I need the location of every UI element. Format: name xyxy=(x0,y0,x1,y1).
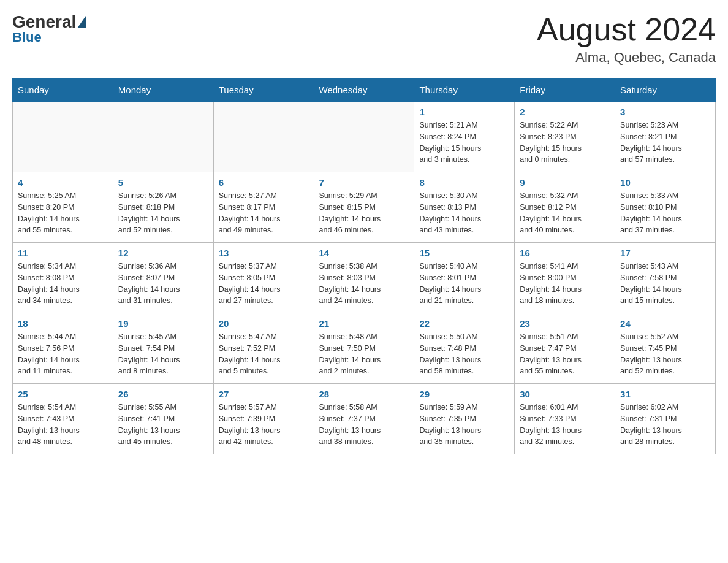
day-info: Sunrise: 5:38 AM Sunset: 8:03 PM Dayligh… xyxy=(319,261,409,307)
day-number: 18 xyxy=(18,318,108,329)
day-number: 9 xyxy=(520,177,610,188)
day-number: 4 xyxy=(18,177,108,188)
day-info: Sunrise: 5:51 AM Sunset: 7:47 PM Dayligh… xyxy=(520,331,610,377)
calendar-cell: 14Sunrise: 5:38 AM Sunset: 8:03 PM Dayli… xyxy=(314,243,414,313)
calendar-week-row: 25Sunrise: 5:54 AM Sunset: 7:43 PM Dayli… xyxy=(13,384,716,454)
days-of-week-row: SundayMondayTuesdayWednesdayThursdayFrid… xyxy=(13,79,716,102)
day-number: 1 xyxy=(419,107,509,117)
day-number: 20 xyxy=(219,318,309,329)
day-info: Sunrise: 5:40 AM Sunset: 8:01 PM Dayligh… xyxy=(419,261,509,307)
calendar-cell xyxy=(213,102,314,172)
day-of-week-header: Tuesday xyxy=(213,79,314,102)
calendar-cell: 27Sunrise: 5:57 AM Sunset: 7:39 PM Dayli… xyxy=(213,384,314,454)
day-of-week-header: Saturday xyxy=(615,79,716,102)
day-info: Sunrise: 5:25 AM Sunset: 8:20 PM Dayligh… xyxy=(18,190,108,236)
calendar-cell: 20Sunrise: 5:47 AM Sunset: 7:52 PM Dayli… xyxy=(213,313,314,384)
calendar-cell: 11Sunrise: 5:34 AM Sunset: 8:08 PM Dayli… xyxy=(13,243,113,313)
day-info: Sunrise: 5:30 AM Sunset: 8:13 PM Dayligh… xyxy=(419,190,509,236)
day-number: 8 xyxy=(419,177,509,188)
day-number: 19 xyxy=(118,318,208,329)
day-info: Sunrise: 5:34 AM Sunset: 8:08 PM Dayligh… xyxy=(18,261,108,307)
day-number: 24 xyxy=(620,318,710,329)
logo-blue: Blue xyxy=(12,29,42,45)
calendar-body: 1Sunrise: 5:21 AM Sunset: 8:24 PM Daylig… xyxy=(13,102,716,454)
day-of-week-header: Wednesday xyxy=(314,79,414,102)
day-info: Sunrise: 5:27 AM Sunset: 8:17 PM Dayligh… xyxy=(219,190,309,236)
day-number: 15 xyxy=(419,248,509,258)
calendar-cell: 19Sunrise: 5:45 AM Sunset: 7:54 PM Dayli… xyxy=(113,313,213,384)
calendar-cell: 28Sunrise: 5:58 AM Sunset: 7:37 PM Dayli… xyxy=(314,384,414,454)
day-info: Sunrise: 5:57 AM Sunset: 7:39 PM Dayligh… xyxy=(219,402,309,448)
calendar-week-row: 18Sunrise: 5:44 AM Sunset: 7:56 PM Dayli… xyxy=(13,313,716,384)
calendar-header: SundayMondayTuesdayWednesdayThursdayFrid… xyxy=(13,79,716,102)
calendar-cell: 5Sunrise: 5:26 AM Sunset: 8:18 PM Daylig… xyxy=(113,172,213,243)
day-number: 13 xyxy=(219,248,309,258)
calendar-cell: 22Sunrise: 5:50 AM Sunset: 7:48 PM Dayli… xyxy=(414,313,515,384)
calendar-cell: 4Sunrise: 5:25 AM Sunset: 8:20 PM Daylig… xyxy=(13,172,113,243)
day-number: 2 xyxy=(520,107,610,117)
day-info: Sunrise: 5:22 AM Sunset: 8:23 PM Dayligh… xyxy=(520,120,610,166)
day-info: Sunrise: 5:54 AM Sunset: 7:43 PM Dayligh… xyxy=(18,402,108,448)
calendar-cell: 9Sunrise: 5:32 AM Sunset: 8:12 PM Daylig… xyxy=(515,172,615,243)
day-info: Sunrise: 5:58 AM Sunset: 7:37 PM Dayligh… xyxy=(319,402,409,448)
day-number: 16 xyxy=(520,248,610,258)
day-number: 5 xyxy=(118,177,208,188)
day-number: 30 xyxy=(520,389,610,399)
day-number: 28 xyxy=(319,389,409,399)
day-info: Sunrise: 5:33 AM Sunset: 8:10 PM Dayligh… xyxy=(620,190,710,236)
day-number: 31 xyxy=(620,389,710,399)
calendar-cell: 30Sunrise: 6:01 AM Sunset: 7:33 PM Dayli… xyxy=(515,384,615,454)
day-number: 12 xyxy=(118,248,208,258)
day-info: Sunrise: 5:50 AM Sunset: 7:48 PM Dayligh… xyxy=(419,331,509,377)
day-of-week-header: Thursday xyxy=(414,79,515,102)
day-info: Sunrise: 5:36 AM Sunset: 8:07 PM Dayligh… xyxy=(118,261,208,307)
day-info: Sunrise: 5:23 AM Sunset: 8:21 PM Dayligh… xyxy=(620,120,710,166)
logo-triangle-icon xyxy=(77,16,86,28)
day-number: 17 xyxy=(620,248,710,258)
calendar-table: SundayMondayTuesdayWednesdayThursdayFrid… xyxy=(12,78,716,454)
calendar-cell xyxy=(314,102,414,172)
day-info: Sunrise: 5:29 AM Sunset: 8:15 PM Dayligh… xyxy=(319,190,409,236)
page-header: General Blue August 2024 Alma, Quebec, C… xyxy=(12,12,716,66)
calendar-cell: 24Sunrise: 5:52 AM Sunset: 7:45 PM Dayli… xyxy=(615,313,716,384)
day-of-week-header: Friday xyxy=(515,79,615,102)
calendar-cell: 3Sunrise: 5:23 AM Sunset: 8:21 PM Daylig… xyxy=(615,102,716,172)
calendar-cell: 1Sunrise: 5:21 AM Sunset: 8:24 PM Daylig… xyxy=(414,102,515,172)
day-info: Sunrise: 5:44 AM Sunset: 7:56 PM Dayligh… xyxy=(18,331,108,377)
day-number: 21 xyxy=(319,318,409,329)
calendar-cell: 17Sunrise: 5:43 AM Sunset: 7:58 PM Dayli… xyxy=(615,243,716,313)
day-info: Sunrise: 6:02 AM Sunset: 7:31 PM Dayligh… xyxy=(620,402,710,448)
day-of-week-header: Monday xyxy=(113,79,213,102)
day-number: 29 xyxy=(419,389,509,399)
calendar-week-row: 1Sunrise: 5:21 AM Sunset: 8:24 PM Daylig… xyxy=(13,102,716,172)
calendar-cell: 10Sunrise: 5:33 AM Sunset: 8:10 PM Dayli… xyxy=(615,172,716,243)
calendar-cell: 31Sunrise: 6:02 AM Sunset: 7:31 PM Dayli… xyxy=(615,384,716,454)
calendar-cell: 18Sunrise: 5:44 AM Sunset: 7:56 PM Dayli… xyxy=(13,313,113,384)
calendar-cell: 26Sunrise: 5:55 AM Sunset: 7:41 PM Dayli… xyxy=(113,384,213,454)
day-of-week-header: Sunday xyxy=(13,79,113,102)
day-number: 22 xyxy=(419,318,509,329)
day-info: Sunrise: 5:43 AM Sunset: 7:58 PM Dayligh… xyxy=(620,261,710,307)
title-section: August 2024 Alma, Quebec, Canada xyxy=(537,12,716,66)
day-info: Sunrise: 5:26 AM Sunset: 8:18 PM Dayligh… xyxy=(118,190,208,236)
month-year-title: August 2024 xyxy=(537,12,716,47)
calendar-cell xyxy=(113,102,213,172)
day-number: 7 xyxy=(319,177,409,188)
calendar-cell: 8Sunrise: 5:30 AM Sunset: 8:13 PM Daylig… xyxy=(414,172,515,243)
day-number: 23 xyxy=(520,318,610,329)
day-info: Sunrise: 5:41 AM Sunset: 8:00 PM Dayligh… xyxy=(520,261,610,307)
calendar-cell: 23Sunrise: 5:51 AM Sunset: 7:47 PM Dayli… xyxy=(515,313,615,384)
day-number: 11 xyxy=(18,248,108,258)
day-info: Sunrise: 5:32 AM Sunset: 8:12 PM Dayligh… xyxy=(520,190,610,236)
day-number: 26 xyxy=(118,389,208,399)
calendar-cell: 7Sunrise: 5:29 AM Sunset: 8:15 PM Daylig… xyxy=(314,172,414,243)
day-number: 6 xyxy=(219,177,309,188)
calendar-week-row: 11Sunrise: 5:34 AM Sunset: 8:08 PM Dayli… xyxy=(13,243,716,313)
calendar-cell: 6Sunrise: 5:27 AM Sunset: 8:17 PM Daylig… xyxy=(213,172,314,243)
calendar-cell: 25Sunrise: 5:54 AM Sunset: 7:43 PM Dayli… xyxy=(13,384,113,454)
day-info: Sunrise: 5:45 AM Sunset: 7:54 PM Dayligh… xyxy=(118,331,208,377)
logo: General Blue xyxy=(12,12,87,45)
calendar-cell xyxy=(13,102,113,172)
day-info: Sunrise: 5:59 AM Sunset: 7:35 PM Dayligh… xyxy=(419,402,509,448)
day-number: 14 xyxy=(319,248,409,258)
